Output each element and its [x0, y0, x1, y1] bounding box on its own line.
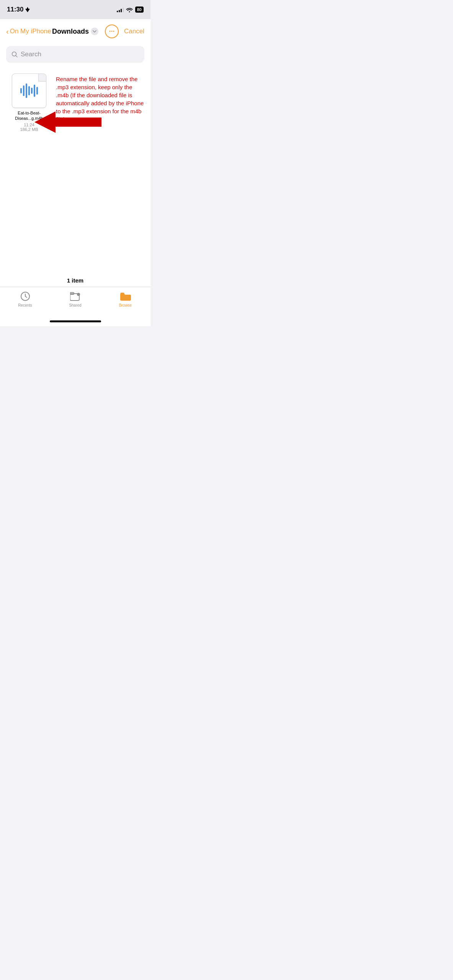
file-time: 11:24: [24, 122, 34, 127]
arrow-body: [56, 118, 101, 127]
tab-browse[interactable]: Browse: [100, 291, 150, 307]
page-title: Downloads: [52, 28, 89, 36]
nav-title-group: Downloads: [52, 28, 98, 36]
content-spacer: [0, 204, 150, 271]
folder-icon: [120, 291, 131, 301]
clock-icon: [20, 291, 30, 301]
wifi-icon: [126, 7, 133, 12]
browse-icon: [120, 291, 131, 302]
svg-point-7: [77, 293, 80, 296]
status-bar: 11:30 80: [0, 0, 150, 19]
search-placeholder: Search: [21, 51, 41, 58]
search-bar-wrapper: Search: [0, 42, 150, 67]
back-chevron-icon: ‹: [6, 27, 9, 36]
search-icon: [11, 51, 18, 57]
shared-icon: [70, 291, 81, 302]
file-icon-corner: [38, 74, 46, 82]
nav-actions: ··· Cancel: [98, 24, 144, 38]
battery-indicator: 80: [135, 7, 144, 13]
home-indicator: [0, 318, 150, 326]
chevron-down-icon: [93, 30, 96, 33]
tab-bar: Recents Shared Browse: [0, 287, 150, 318]
time-display: 11:30: [7, 6, 23, 13]
back-button[interactable]: ‹ On My iPhone: [6, 27, 52, 36]
navigation-bar: ‹ On My iPhone Downloads ··· Cancel: [0, 19, 150, 42]
tab-recents[interactable]: Recents: [0, 291, 50, 307]
status-time: 11:30: [7, 6, 30, 13]
search-bar[interactable]: Search: [6, 46, 144, 63]
cancel-button[interactable]: Cancel: [124, 28, 144, 35]
file-area: Eat-to-Beat-Diseas...g.m4b 11:24 186,2 M…: [0, 67, 150, 204]
shared-label: Shared: [69, 303, 81, 307]
folder-person-icon: [70, 291, 81, 301]
app-container: ‹ On My iPhone Downloads ··· Cancel Sea: [0, 19, 150, 326]
item-count: 1 item: [0, 271, 150, 287]
recents-label: Recents: [18, 303, 32, 307]
more-options-button[interactable]: ···: [105, 24, 119, 38]
annotation-arrow: [34, 111, 101, 133]
svg-line-1: [16, 56, 17, 57]
audio-waveform-icon: [20, 83, 38, 98]
tab-shared[interactable]: Shared: [50, 291, 100, 307]
file-icon: [12, 74, 46, 108]
home-bar: [50, 320, 101, 322]
recents-icon: [20, 291, 31, 302]
arrow-head: [34, 111, 56, 133]
back-label: On My iPhone: [10, 28, 51, 35]
signal-icon: [117, 7, 124, 12]
status-icons: 80: [117, 7, 144, 13]
location-icon: [25, 7, 30, 12]
svg-line-4: [25, 296, 27, 297]
browse-label: Browse: [119, 303, 132, 307]
title-dropdown-icon[interactable]: [91, 28, 98, 35]
